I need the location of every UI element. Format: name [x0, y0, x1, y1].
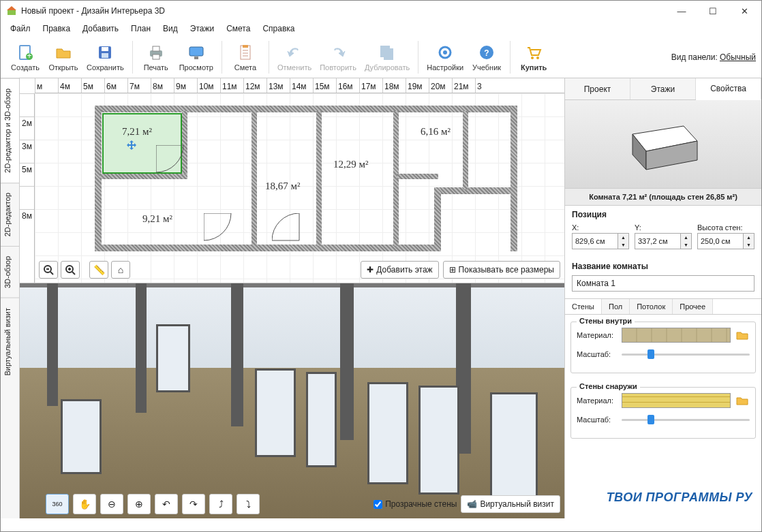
transparent-walls-checkbox[interactable]: Прозрачные стены — [374, 499, 457, 509]
view-3d[interactable]: 360 ✋ ⊖ ⊕ ↶ ↷ ⤴ ⤵ Прозрачные стены 📹Вирт… — [20, 283, 564, 518]
menu-floors[interactable]: Этажи — [185, 22, 219, 35]
subtab-ceiling[interactable]: Потолок — [630, 299, 673, 314]
window-title: Новый проект - Дизайн Интерьера 3D — [21, 6, 666, 16]
y-input[interactable]: ▲▼ — [635, 233, 692, 249]
show-dims-button[interactable]: ⊞Показывать все размеры — [443, 261, 560, 279]
svg-rect-7 — [102, 53, 108, 58]
plan-zoom-tools: 📏 ⌂ — [39, 261, 130, 279]
create-button[interactable]: + Создать — [6, 38, 44, 76]
tab-properties[interactable]: Свойства — [696, 78, 761, 100]
gear-icon — [436, 43, 455, 62]
pan-button[interactable]: ✋ — [73, 494, 96, 514]
close-button[interactable]: ✕ — [729, 1, 760, 21]
subtab-floor[interactable]: Пол — [602, 299, 630, 314]
tilt-up-button[interactable]: ⤴ — [209, 494, 232, 514]
browse-material-outside[interactable] — [735, 393, 750, 408]
toolbar: + Создать Открыть Сохранить Печать Просм… — [1, 36, 761, 78]
open-button[interactable]: Открыть — [44, 38, 82, 76]
undo-button[interactable]: Отменить — [273, 38, 316, 76]
material-outside-swatch[interactable] — [622, 393, 731, 408]
tab-floors[interactable]: Этажи — [630, 78, 696, 99]
document-new-icon: + — [16, 43, 35, 62]
x-input[interactable]: ▲▼ — [572, 233, 629, 249]
orbit-button[interactable]: 360 — [46, 494, 69, 514]
menu-help[interactable]: Справка — [257, 22, 300, 35]
duplicate-button[interactable]: Дублировать — [361, 38, 414, 76]
menu-view[interactable]: Вид — [157, 22, 183, 35]
home-button[interactable]: ⌂ — [111, 261, 130, 279]
scale-outside-slider[interactable] — [622, 413, 750, 426]
tilt-down-button[interactable]: ⤵ — [237, 494, 260, 514]
room-label: 9,21 м² — [142, 213, 172, 225]
ruler-vertical: 2м3м5м8м — [20, 93, 35, 283]
print-button[interactable]: Печать — [137, 38, 175, 76]
room-name-input[interactable] — [572, 275, 755, 292]
add-floor-button[interactable]: ✚Добавить этаж — [361, 261, 438, 279]
move-handle-icon[interactable] — [125, 140, 138, 152]
room-label: 6,16 м² — [421, 126, 451, 138]
svg-rect-9 — [153, 46, 159, 51]
estimate-button[interactable]: Смета — [226, 38, 264, 76]
zoom-out-button[interactable] — [39, 261, 58, 279]
preview-button[interactable]: Просмотр — [175, 38, 217, 76]
position-section: Позиция X: ▲▼ Y: ▲▼ Высота стен: ▲▼ — [565, 206, 761, 257]
svg-marker-1 — [7, 6, 16, 10]
tab-3d[interactable]: 3D-обзор — [1, 246, 19, 298]
measure-button[interactable]: 📏 — [89, 261, 108, 279]
svg-point-24 — [531, 57, 534, 59]
redo-icon — [329, 43, 348, 62]
tab-2d-3d[interactable]: 2D-редактор и 3D-обзор — [1, 78, 19, 183]
panel-mode: Вид панели: Обычный — [671, 52, 756, 62]
menu-add[interactable]: Добавить — [77, 22, 124, 35]
room-info: Комната 7,21 м² (площадь стен 26,85 м²) — [565, 189, 761, 206]
tutorial-button[interactable]: ? Учебник — [468, 38, 506, 76]
camera-icon: 📹 — [467, 499, 477, 509]
monitor-icon — [187, 43, 206, 62]
zoom-in-button[interactable] — [61, 261, 80, 279]
menu-estimate[interactable]: Смета — [221, 22, 256, 35]
zoom-in-3d-button[interactable]: ⊕ — [127, 494, 151, 514]
printer-icon — [147, 43, 166, 62]
buy-button[interactable]: Купить — [515, 38, 553, 76]
tab-project[interactable]: Проект — [565, 78, 630, 99]
plan-actions: ✚Добавить этаж ⊞Показывать все размеры — [361, 261, 560, 279]
left-tabs: 2D-редактор и 3D-обзор 2D-редактор 3D-об… — [1, 78, 20, 518]
menu-edit[interactable]: Правка — [37, 22, 76, 35]
redo-button[interactable]: Повторить — [316, 38, 361, 76]
maximize-button[interactable]: ☐ — [697, 1, 729, 21]
tab-virtual[interactable]: Виртуальный визит — [1, 298, 19, 386]
height-input[interactable]: ▲▼ — [697, 233, 755, 249]
help-icon: ? — [477, 43, 496, 62]
room-3d-icon — [619, 114, 707, 175]
rotate-left-button[interactable]: ↶ — [155, 494, 178, 514]
plan-view[interactable]: м4м5м6м7м8м9м10м11м12м13м14м15м16м17м18м… — [20, 78, 564, 283]
svg-rect-10 — [153, 54, 159, 59]
zoom-out-3d-button[interactable]: ⊖ — [100, 494, 123, 514]
save-icon — [95, 43, 115, 62]
undo-icon — [285, 43, 304, 62]
menu-plan[interactable]: План — [125, 22, 156, 35]
browse-material-inside[interactable] — [735, 328, 750, 343]
material-inside-swatch[interactable] — [622, 328, 731, 343]
subtab-walls[interactable]: Стены — [565, 299, 602, 314]
svg-text:+: + — [27, 51, 31, 61]
tab-2d[interactable]: 2D-редактор — [1, 183, 19, 246]
panel-mode-link[interactable]: Обычный — [720, 52, 756, 62]
svg-point-25 — [536, 57, 539, 59]
subtab-other[interactable]: Прочее — [673, 299, 713, 314]
save-button[interactable]: Сохранить — [82, 38, 128, 76]
titlebar: Новый проект - Дизайн Интерьера 3D — ☐ ✕ — [1, 1, 761, 21]
settings-button[interactable]: Настройки — [423, 38, 468, 76]
floorplan[interactable]: 7,21 м² 6,16 м² 12,29 м² 18,67 м² 9,21 м… — [95, 106, 517, 269]
walls-inside-group: Стены внутри Материал: Масштаб: — [570, 322, 756, 373]
room-label: 12,29 м² — [333, 159, 369, 170]
virtual-visit-button[interactable]: 📹Виртуальный визит — [461, 495, 560, 513]
minimize-button[interactable]: — — [666, 1, 697, 21]
room-preview — [565, 100, 761, 189]
svg-point-21 — [443, 50, 447, 54]
menubar: Файл Правка Добавить План Вид Этажи Смет… — [1, 21, 761, 36]
menu-file[interactable]: Файл — [5, 22, 36, 35]
rotate-right-button[interactable]: ↷ — [182, 494, 205, 514]
workspace: 2D-редактор и 3D-обзор 2D-редактор 3D-об… — [1, 78, 761, 518]
scale-inside-slider[interactable] — [622, 348, 750, 360]
